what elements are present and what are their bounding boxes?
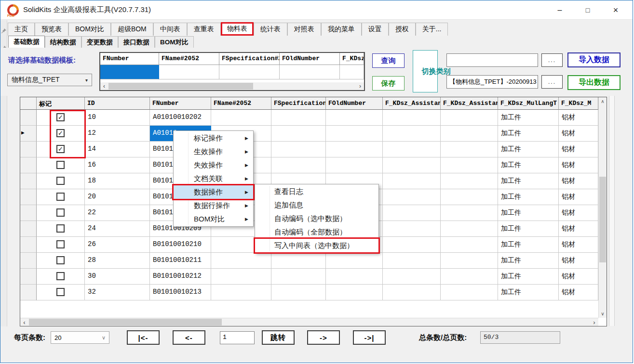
mini-col-fkdsz[interactable]: F_KDsz — [340, 53, 364, 65]
submenu-item-write-middle-table[interactable]: 写入中间表（选中数据） — [255, 239, 378, 252]
tab-statistics[interactable]: 统计表 — [254, 23, 287, 36]
mini-horizontal-scrollbar[interactable]: ‹ › — [100, 82, 364, 90]
col-fnumber[interactable]: FNumber — [150, 97, 211, 110]
tab-authorization[interactable]: 授权 — [389, 23, 416, 36]
scrollbar-thumb[interactable] — [108, 83, 253, 90]
row-checkbox[interactable] — [56, 193, 65, 201]
col-kdsz-m[interactable]: F_KDsz_M — [559, 97, 598, 110]
submenu-item-append-info[interactable]: 追加信息 — [255, 198, 378, 212]
menu-item-bom-compare[interactable]: BOM对比▶ — [174, 212, 253, 226]
menu-item-doc-link[interactable]: 文档关联▶ — [174, 172, 253, 185]
row-checkbox[interactable]: ✓ — [56, 113, 65, 121]
tab-middle-table[interactable]: 中间表 — [153, 23, 187, 36]
submenu-item-autocode-all[interactable]: 自动编码（全部数据） — [255, 225, 378, 239]
export-browse-button[interactable]: ... — [541, 75, 563, 89]
col-fname[interactable]: FName#2052 — [211, 97, 271, 110]
scrollbar-thumb[interactable] — [29, 319, 222, 325]
scroll-right-icon[interactable]: › — [590, 318, 598, 326]
row-checkbox[interactable]: ✓ — [56, 129, 65, 137]
switch-category-button[interactable]: 切换类别 — [413, 50, 438, 92]
tab-material[interactable]: 物料表 — [221, 22, 254, 36]
table-row[interactable]: 32B01010010213加工件铝材 — [20, 285, 598, 300]
scroll-up-icon[interactable]: ∧ — [599, 97, 607, 105]
menu-item-invalid-ops[interactable]: 失效操作▶ — [174, 158, 253, 172]
vertical-scrollbar[interactable]: ∧ ∨ — [598, 97, 607, 318]
row-checkbox[interactable] — [56, 208, 65, 217]
row-checkbox[interactable] — [56, 256, 65, 264]
col-mullang[interactable]: F_KDsz_MulLangT — [498, 97, 559, 110]
template-dropdown[interactable]: 物料信息_TPET ▾ — [7, 74, 92, 86]
save-button[interactable]: 保存 — [372, 76, 405, 91]
table-row[interactable]: 28B01010010211加工件铝材 — [20, 253, 598, 269]
page-number-input[interactable]: 1 — [220, 331, 255, 344]
scrollbar-thumb[interactable] — [599, 177, 606, 262]
col-assistant-1[interactable]: F_KDsz_Assistan — [383, 97, 441, 110]
last-page-button[interactable]: ->| — [353, 330, 386, 345]
mini-filter-row[interactable] — [100, 65, 364, 79]
scroll-left-icon[interactable]: ‹ — [20, 318, 28, 326]
table-row[interactable]: 30B01010010212加工件铝材 — [20, 269, 598, 285]
maximize-button[interactable]: □ — [577, 0, 598, 20]
tab-preview[interactable]: 预览表 — [35, 23, 68, 36]
tab-home[interactable]: 主页 — [8, 23, 35, 36]
tab-duplicate-check[interactable]: 查重表 — [187, 23, 221, 36]
mini-col-fnumber[interactable]: FNumber — [100, 53, 159, 65]
jump-button[interactable]: 跳转 — [262, 330, 295, 345]
col-mark[interactable]: 标记 — [37, 97, 85, 110]
import-browse-button[interactable]: ... — [541, 53, 563, 67]
table-row-selected[interactable]: ▶✓12A01010加工件铝材 — [20, 126, 598, 142]
row-checkbox[interactable]: ✓ — [56, 145, 65, 153]
mini-col-foldnumber[interactable]: FOldNumber — [280, 53, 340, 65]
tab-super-bom[interactable]: 超级BOM — [111, 23, 153, 36]
col-foldnumber[interactable]: FOldNumber — [326, 97, 383, 110]
row-checkbox[interactable] — [56, 177, 65, 185]
subtab-basic-data[interactable]: 基础数据 — [8, 36, 45, 48]
row-checkbox[interactable] — [56, 161, 65, 169]
row-checkbox[interactable] — [56, 224, 65, 233]
tab-settings[interactable]: 设置 — [362, 23, 389, 36]
subtab-change-data[interactable]: 变更数据 — [81, 36, 118, 48]
table-row[interactable]: 16B01010加工件铝材 — [20, 157, 598, 173]
horizontal-scrollbar[interactable]: ‹ › — [20, 318, 598, 326]
next-page-button[interactable]: -> — [307, 330, 340, 345]
export-data-button[interactable]: 导出数据 — [567, 75, 621, 90]
table-row[interactable]: ✓14B01010加工件铝材 — [20, 142, 598, 157]
menu-item-data-row-ops[interactable]: 数据行操作▶ — [174, 199, 253, 212]
page-size-dropdown[interactable]: 20 ∨ — [51, 331, 109, 344]
scroll-down-icon[interactable]: ∨ — [599, 310, 607, 318]
col-fspecification[interactable]: FSpecification#2 — [271, 97, 326, 110]
export-path-input[interactable]: 【物料信息_TPET】-20200913 — [446, 75, 538, 89]
scroll-right-icon[interactable]: › — [356, 82, 364, 90]
row-checkbox[interactable] — [56, 272, 65, 280]
mini-col-fspec[interactable]: FSpecification#2 — [219, 53, 280, 65]
scroll-left-icon[interactable]: ‹ — [100, 82, 108, 90]
col-assistant-2[interactable]: F_KDsz_Assistan — [441, 97, 498, 110]
tab-about[interactable]: 关于... — [416, 23, 448, 36]
col-id[interactable]: ID — [85, 97, 150, 110]
col-row-selector[interactable] — [20, 97, 37, 110]
query-button[interactable]: 查询 — [372, 53, 405, 68]
mini-selected-cell[interactable] — [100, 65, 159, 79]
row-checkbox[interactable] — [56, 288, 65, 296]
close-button[interactable]: × — [605, 0, 626, 20]
tab-bom-compare[interactable]: BOM对比 — [68, 23, 111, 36]
submenu-item-autocode-selected[interactable]: 自动编码（选中数据） — [255, 212, 378, 225]
subtab-structure-data[interactable]: 结构数据 — [45, 36, 81, 48]
import-path-input[interactable] — [446, 53, 538, 67]
import-data-button[interactable]: 导入数据 — [567, 52, 621, 67]
table-row[interactable]: ✓10A01010010202加工件铝材 — [20, 110, 598, 126]
prev-page-button[interactable]: <- — [173, 330, 205, 345]
pin-icon[interactable] — [1, 28, 7, 34]
minimize-button[interactable]: – — [549, 0, 570, 20]
menu-item-effective-ops[interactable]: 生效操作▶ — [174, 145, 253, 158]
menu-item-mark-ops[interactable]: 标记操作▶ — [174, 131, 253, 145]
row-checkbox[interactable] — [56, 240, 65, 248]
first-page-button[interactable]: |<- — [127, 330, 160, 345]
tab-comparison[interactable]: 对照表 — [287, 23, 321, 36]
subtab-bom-compare-data[interactable]: BOM对比 — [155, 36, 194, 48]
subtab-interface-data[interactable]: 接口数据 — [118, 36, 155, 48]
menu-item-data-ops[interactable]: 数据操作▶ — [174, 185, 253, 199]
submenu-item-view-log[interactable]: 查看日志 — [255, 185, 378, 198]
mini-col-fname[interactable]: FName#2052 — [159, 53, 219, 65]
tab-my-menu[interactable]: 我的菜单 — [321, 23, 362, 36]
